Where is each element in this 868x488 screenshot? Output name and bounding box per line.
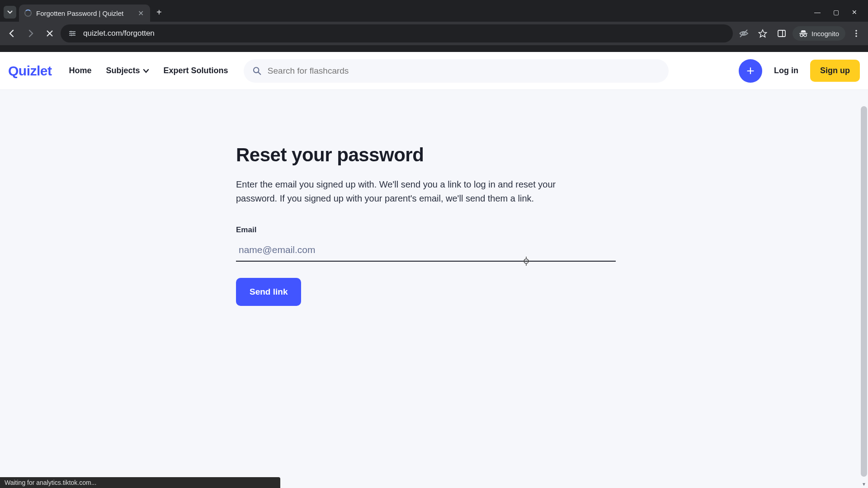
svg-point-6 <box>800 34 803 37</box>
close-tab-button[interactable]: ✕ <box>137 9 145 18</box>
site-info-button[interactable] <box>68 29 77 38</box>
forward-button[interactable] <box>23 25 39 42</box>
search-input[interactable] <box>268 66 660 76</box>
kebab-icon <box>852 29 860 38</box>
browser-menu-button[interactable] <box>848 25 864 42</box>
stop-reload-button[interactable] <box>42 25 58 42</box>
bookmark-button[interactable] <box>755 25 771 42</box>
browser-chrome: Forgotten Password | Quizlet ✕ + — ▢ ✕ q… <box>0 0 868 52</box>
url-text: quizlet.com/forgotten <box>83 29 155 38</box>
nav-subjects-label: Subjects <box>106 66 140 75</box>
plus-icon: + <box>746 63 755 79</box>
close-icon <box>46 30 53 37</box>
svg-point-0 <box>70 31 72 33</box>
arrow-left-icon <box>7 29 16 38</box>
nav-home[interactable]: Home <box>64 62 97 79</box>
side-panel-button[interactable] <box>774 25 790 42</box>
email-label: Email <box>236 225 624 235</box>
minimize-button[interactable]: — <box>814 9 821 16</box>
page-description: Enter the email you signed up with. We'l… <box>236 178 584 206</box>
chevron-down-icon <box>7 9 13 15</box>
status-text: Waiting for analytics.tiktok.com... <box>5 479 96 486</box>
tab-title: Forgotten Password | Quizlet <box>36 9 132 17</box>
scroll-down-button[interactable]: ▼ <box>860 480 868 488</box>
login-link[interactable]: Log in <box>766 66 807 75</box>
signup-button[interactable]: Sign up <box>810 60 860 82</box>
tracking-blocked-button[interactable] <box>736 25 752 42</box>
window-controls: — ▢ ✕ <box>814 9 868 16</box>
svg-point-8 <box>855 30 857 32</box>
tune-icon <box>68 29 76 38</box>
svg-point-10 <box>855 35 857 37</box>
svg-point-1 <box>73 33 75 34</box>
back-button[interactable] <box>4 25 20 42</box>
scrollbar[interactable]: ▲ ▼ <box>860 104 868 488</box>
create-button[interactable]: + <box>739 59 762 83</box>
incognito-icon <box>799 29 808 38</box>
loading-spinner-icon <box>24 9 32 17</box>
email-input[interactable] <box>236 239 616 262</box>
browser-tab[interactable]: Forgotten Password | Quizlet ✕ <box>19 5 150 22</box>
send-link-button[interactable]: Send link <box>236 278 301 306</box>
svg-point-11 <box>254 67 259 73</box>
main-content: Reset your password Enter the email you … <box>0 90 624 306</box>
search-box[interactable] <box>244 59 669 83</box>
close-window-button[interactable]: ✕ <box>852 9 857 16</box>
page-viewport: Quizlet Home Subjects Expert Solutions +… <box>0 52 868 488</box>
browser-toolbar: quizlet.com/forgotten Incognito <box>0 22 868 45</box>
svg-point-9 <box>855 33 857 34</box>
nav-subjects[interactable]: Subjects <box>101 62 155 79</box>
scrollbar-thumb[interactable] <box>861 106 867 477</box>
quizlet-logo[interactable]: Quizlet <box>8 63 52 79</box>
address-bar[interactable]: quizlet.com/forgotten <box>61 24 733 42</box>
search-icon <box>253 66 261 75</box>
chevron-down-icon <box>143 68 149 74</box>
site-header: Quizlet Home Subjects Expert Solutions +… <box>0 52 868 90</box>
tab-strip: Forgotten Password | Quizlet ✕ + — ▢ ✕ <box>0 3 868 22</box>
nav-expert-solutions[interactable]: Expert Solutions <box>158 62 234 79</box>
incognito-label: Incognito <box>811 30 839 38</box>
new-tab-button[interactable]: + <box>156 7 162 18</box>
maximize-button[interactable]: ▢ <box>833 9 839 16</box>
svg-point-2 <box>71 34 72 36</box>
svg-rect-4 <box>778 30 785 37</box>
incognito-indicator[interactable]: Incognito <box>793 26 845 41</box>
tab-search-button[interactable] <box>4 6 16 19</box>
page-heading: Reset your password <box>236 144 624 166</box>
svg-point-7 <box>804 34 807 37</box>
star-icon <box>758 29 767 38</box>
eye-off-icon <box>739 28 749 38</box>
arrow-right-icon <box>26 29 35 38</box>
browser-status-bar: Waiting for analytics.tiktok.com... <box>0 477 280 488</box>
panel-icon <box>777 29 786 38</box>
